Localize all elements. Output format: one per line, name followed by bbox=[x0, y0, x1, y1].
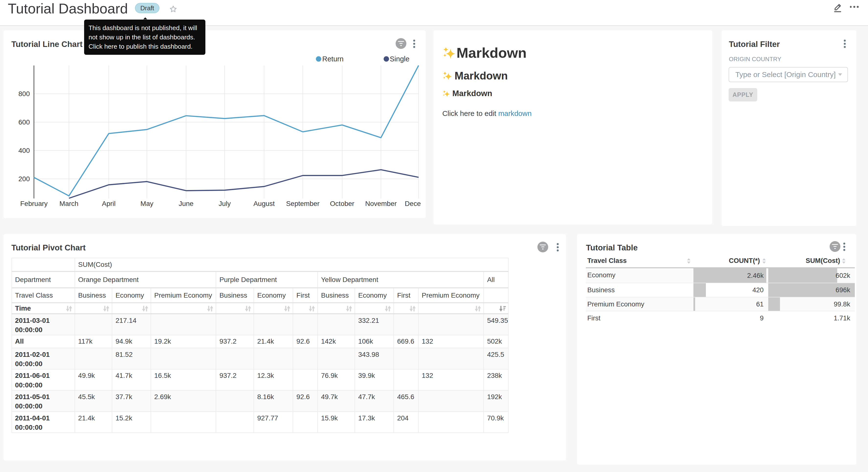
svg-text:August: August bbox=[253, 200, 275, 207]
svg-text:800: 800 bbox=[18, 90, 30, 97]
svg-text:April: April bbox=[102, 200, 116, 207]
svg-text:November: November bbox=[365, 200, 397, 207]
svg-text:400: 400 bbox=[18, 147, 30, 154]
svg-text:March: March bbox=[59, 200, 79, 207]
svg-text:600: 600 bbox=[18, 118, 30, 126]
svg-text:October: October bbox=[330, 200, 354, 207]
svg-text:July: July bbox=[219, 200, 231, 207]
svg-text:200: 200 bbox=[18, 175, 30, 183]
svg-text:June: June bbox=[179, 200, 194, 207]
svg-text:September: September bbox=[286, 200, 319, 207]
svg-text:February: February bbox=[20, 200, 48, 207]
svg-text:Dece: Dece bbox=[405, 200, 421, 207]
svg-text:May: May bbox=[141, 200, 153, 207]
